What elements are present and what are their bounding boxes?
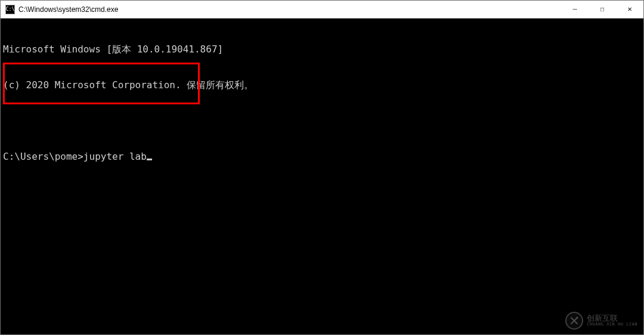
watermark-logo-icon: [565, 312, 583, 330]
terminal-output-line2: (c) 2020 Microsoft Corporation. 保留所有权利。: [3, 79, 641, 91]
terminal-blank-line: [3, 115, 641, 127]
terminal-area[interactable]: Microsoft Windows [版本 10.0.19041.867] (c…: [1, 18, 643, 334]
close-icon: ✕: [627, 6, 632, 13]
close-button[interactable]: ✕: [616, 1, 643, 18]
maximize-button[interactable]: □: [589, 1, 616, 18]
minimize-icon: ─: [572, 6, 577, 13]
maximize-icon: □: [600, 6, 604, 13]
cmd-window: C:\ C:\Windows\system32\cmd.exe ─ □ ✕ Mi…: [0, 0, 644, 335]
minimize-button[interactable]: ─: [561, 1, 589, 18]
watermark-cn-label: 创新互联: [587, 314, 637, 322]
app-icon-glyph: C:\: [6, 7, 14, 12]
window-controls: ─ □ ✕: [561, 1, 643, 18]
app-icon: C:\: [5, 5, 15, 14]
terminal-prompt: C:\Users\pome>: [3, 151, 83, 162]
svg-point-0: [576, 317, 578, 318]
watermark-text: 创新互联 CHUANG XIN HU LIAN: [587, 314, 637, 327]
watermark: 创新互联 CHUANG XIN HU LIAN: [565, 312, 637, 330]
terminal-prompt-line: C:\Users\pome>jupyter lab: [3, 151, 641, 163]
terminal-output-line1: Microsoft Windows [版本 10.0.19041.867]: [3, 44, 641, 55]
terminal-command: jupyter lab: [83, 151, 147, 162]
watermark-en-label: CHUANG XIN HU LIAN: [587, 322, 637, 327]
titlebar[interactable]: C:\ C:\Windows\system32\cmd.exe ─ □ ✕: [1, 1, 643, 18]
terminal-cursor: [147, 159, 152, 160]
window-title: C:\Windows\system32\cmd.exe: [18, 5, 561, 14]
